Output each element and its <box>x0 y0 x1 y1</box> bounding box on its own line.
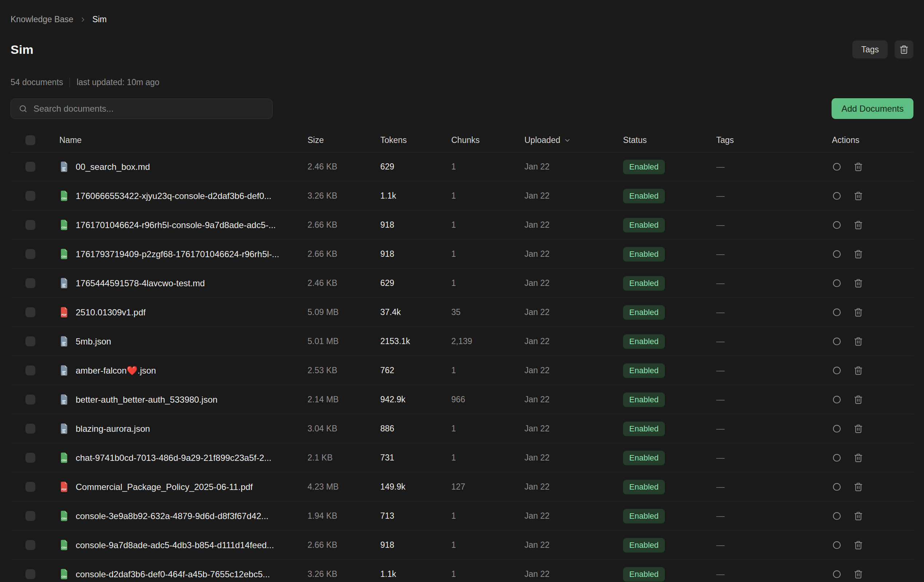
disable-document-button[interactable] <box>832 249 842 259</box>
row-checkbox[interactable] <box>25 482 35 492</box>
document-name[interactable]: Commercial_Package_Policy_2025-06-11.pdf <box>76 482 253 492</box>
document-uploaded-date: Jan 22 <box>525 511 623 521</box>
document-name[interactable]: 1761701046624-r96rh5l-console-9a7d8ade-a… <box>76 220 276 230</box>
document-name[interactable]: 1765444591578-4lavcwo-test.md <box>76 278 205 289</box>
table-row[interactable]: 00_search_box.md 2.46 KB 629 1 Jan 22 En… <box>11 152 913 181</box>
document-name[interactable]: 00_search_box.md <box>76 162 150 172</box>
disable-document-button[interactable] <box>832 424 842 434</box>
table-row[interactable]: PDF Commercial_Package_Policy_2025-06-11… <box>11 473 913 501</box>
document-name[interactable]: chat-9741b0cd-7013-486d-9a29-21f899c23a5… <box>76 453 272 463</box>
document-file-icon <box>59 336 69 347</box>
delete-document-button[interactable] <box>853 278 863 288</box>
table-row[interactable]: PDF 2510.01309v1.pdf 5.09 MB 37.4k 35 Ja… <box>11 298 913 327</box>
table-row[interactable]: CSV 1761701046624-r96rh5l-console-9a7d8a… <box>11 211 913 240</box>
row-checkbox[interactable] <box>25 336 35 346</box>
breadcrumb-knowledge-base-link[interactable]: Knowledge Base <box>11 15 74 25</box>
column-header-uploaded[interactable]: Uploaded <box>525 135 623 145</box>
row-checkbox[interactable] <box>25 366 35 375</box>
disable-document-button[interactable] <box>832 307 842 317</box>
add-documents-button[interactable]: Add Documents <box>832 98 913 119</box>
row-checkbox[interactable] <box>25 453 35 463</box>
document-tags: — <box>716 424 822 434</box>
column-header-chunks[interactable]: Chunks <box>451 135 525 145</box>
disable-document-button[interactable] <box>832 220 842 230</box>
last-updated: last updated: 10m ago <box>76 77 159 87</box>
document-chunks: 1 <box>451 249 525 259</box>
search-input[interactable] <box>11 99 272 119</box>
disable-document-button[interactable] <box>832 395 842 404</box>
select-all-checkbox[interactable] <box>25 135 35 145</box>
table-row[interactable]: CSV console-3e9a8b92-632a-4879-9d6d-d8f3… <box>11 501 913 531</box>
delete-document-button[interactable] <box>853 366 863 375</box>
document-chunks: 1 <box>451 569 525 579</box>
row-checkbox[interactable] <box>25 569 35 579</box>
document-name[interactable]: 1760666553422-xjyu23q-console-d2daf3b6-d… <box>76 191 272 201</box>
disable-document-button[interactable] <box>832 366 842 375</box>
disable-document-button[interactable] <box>832 482 842 492</box>
disable-document-button[interactable] <box>832 540 842 550</box>
breadcrumb: Knowledge Base Sim <box>11 0 913 25</box>
column-header-size[interactable]: Size <box>307 135 380 145</box>
table-row[interactable]: CSV chat-9741b0cd-7013-486d-9a29-21f899c… <box>11 444 913 473</box>
delete-document-button[interactable] <box>853 395 863 404</box>
delete-document-button[interactable] <box>853 511 863 521</box>
disable-document-button[interactable] <box>832 511 842 521</box>
row-checkbox[interactable] <box>25 307 35 317</box>
table-row[interactable]: 1765444591578-4lavcwo-test.md 2.46 KB 62… <box>11 269 913 298</box>
disable-document-button[interactable] <box>832 569 842 579</box>
document-name[interactable]: console-9a7d8ade-adc5-4db3-b854-d111d14f… <box>76 540 274 551</box>
table-row[interactable]: CSV 1761793719409-p2zgf68-1761701046624-… <box>11 240 913 269</box>
disable-document-button[interactable] <box>832 162 842 172</box>
disable-document-button[interactable] <box>832 278 842 288</box>
document-uploaded-date: Jan 22 <box>525 366 623 375</box>
document-size: 2.66 KB <box>307 220 380 230</box>
delete-document-button[interactable] <box>853 540 863 550</box>
document-name[interactable]: 2510.01309v1.pdf <box>76 307 145 318</box>
circle-toggle-icon <box>832 540 842 550</box>
table-row[interactable]: 5mb.json 5.01 MB 2153.1k 2,139 Jan 22 En… <box>11 327 913 356</box>
table-header-row: Name Size Tokens Chunks Uploaded Status … <box>11 129 913 152</box>
table-row[interactable]: CSV 1760666553422-xjyu23q-console-d2daf3… <box>11 181 913 211</box>
delete-document-button[interactable] <box>853 424 863 434</box>
row-checkbox[interactable] <box>25 395 35 404</box>
table-row[interactable]: blazing-aurora.json 3.04 KB 886 1 Jan 22… <box>11 414 913 444</box>
document-name[interactable]: 5mb.json <box>76 336 111 347</box>
document-name[interactable]: console-d2daf3b6-def0-464f-a45b-7655c12e… <box>76 569 270 579</box>
row-checkbox[interactable] <box>25 511 35 521</box>
column-header-tokens[interactable]: Tokens <box>380 135 451 145</box>
row-checkbox[interactable] <box>25 249 35 259</box>
disable-document-button[interactable] <box>832 336 842 346</box>
delete-document-button[interactable] <box>853 307 863 317</box>
delete-document-button[interactable] <box>853 336 863 346</box>
table-row[interactable]: amber-falcon❤️.json 2.53 KB 762 1 Jan 22… <box>11 356 913 385</box>
delete-document-button[interactable] <box>853 453 863 463</box>
disable-document-button[interactable] <box>832 191 842 201</box>
delete-document-button[interactable] <box>853 162 863 172</box>
table-row[interactable]: CSV console-9a7d8ade-adc5-4db3-b854-d111… <box>11 531 913 560</box>
column-header-name[interactable]: Name <box>59 135 307 145</box>
delete-document-button[interactable] <box>853 220 863 230</box>
delete-document-button[interactable] <box>853 249 863 259</box>
document-name[interactable]: 1761793719409-p2zgf68-1761701046624-r96r… <box>76 249 279 259</box>
delete-document-button[interactable] <box>853 191 863 201</box>
table-row[interactable]: CSV console-d2daf3b6-def0-464f-a45b-7655… <box>11 560 913 582</box>
row-checkbox[interactable] <box>25 278 35 288</box>
disable-document-button[interactable] <box>832 453 842 463</box>
svg-text:PDF: PDF <box>61 488 67 491</box>
document-tokens: 731 <box>380 453 451 463</box>
row-checkbox[interactable] <box>25 424 35 434</box>
row-checkbox[interactable] <box>25 540 35 550</box>
document-name[interactable]: amber-falcon❤️.json <box>76 366 156 376</box>
row-checkbox[interactable] <box>25 220 35 230</box>
table-row[interactable]: better-auth_better-auth_533980.json 2.14… <box>11 385 913 414</box>
row-checkbox[interactable] <box>25 162 35 172</box>
document-name[interactable]: better-auth_better-auth_533980.json <box>76 395 218 405</box>
document-name[interactable]: blazing-aurora.json <box>76 424 150 434</box>
tags-button[interactable]: Tags <box>852 40 888 59</box>
document-tokens: 1.1k <box>380 191 451 201</box>
row-checkbox[interactable] <box>25 191 35 201</box>
delete-document-button[interactable] <box>853 569 863 579</box>
delete-knowledge-base-button[interactable] <box>894 40 913 59</box>
delete-document-button[interactable] <box>853 482 863 492</box>
document-name[interactable]: console-3e9a8b92-632a-4879-9d6d-d8f3f67d… <box>76 511 269 521</box>
